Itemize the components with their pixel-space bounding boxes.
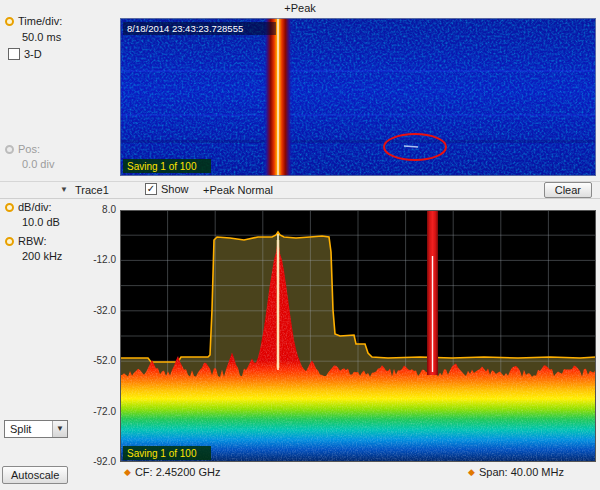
view-select[interactable]: Split ▼ — [4, 420, 68, 438]
time-div-value[interactable]: 50.0 ms — [22, 31, 61, 43]
show-row[interactable]: ✓ Show — [145, 183, 189, 195]
rbw-value[interactable]: 200 kHz — [22, 250, 62, 262]
autoscale-button[interactable]: Autoscale — [2, 466, 68, 484]
db-div-row: dB/div: — [5, 201, 52, 213]
spectrogram-canvas: 8/18/2014 23:43:23.728555 Saving 1 of 10… — [120, 18, 596, 176]
cf-readout[interactable]: ◆ CF: 2.45200 GHz — [124, 466, 221, 478]
db-div-indicator-icon — [5, 203, 14, 212]
transient-signal-column — [427, 210, 438, 375]
spectrogram-detection-label: +Peak — [0, 2, 600, 14]
spectrogram-timestamp: 8/18/2014 23:43:23.728555 — [127, 23, 243, 34]
spectrum-display[interactable]: Saving 1 of 100 — [120, 210, 596, 462]
time-div-indicator-icon — [5, 17, 14, 26]
spectrogram-saving-status: Saving 1 of 100 — [127, 161, 197, 172]
db-div-value[interactable]: 10.0 dB — [22, 216, 60, 228]
three-d-label: 3-D — [24, 48, 42, 60]
span-value: Span: 40.00 MHz — [479, 466, 564, 478]
y-tick-2: -32.0 — [70, 305, 116, 316]
spectrum-canvas: Saving 1 of 100 — [120, 210, 596, 462]
span-marker-icon: ◆ — [468, 467, 475, 477]
y-tick-4: -72.0 — [70, 406, 116, 417]
rbw-indicator-icon — [5, 237, 14, 246]
pos-indicator-icon — [5, 145, 14, 154]
y-tick-3: -52.0 — [70, 355, 116, 366]
pos-label: Pos: — [18, 143, 40, 155]
trace-detection-label: +Peak Normal — [203, 184, 273, 196]
rbw-label: RBW: — [18, 235, 47, 247]
trace-expander-icon[interactable]: ▼ — [60, 185, 68, 194]
spectrum-saving-status: Saving 1 of 100 — [127, 448, 197, 459]
rbw-row: RBW: — [5, 235, 47, 247]
spectrum-analyzer-app: +Peak Time/div: 50.0 ms 3-D Pos: 0.0 div — [0, 0, 600, 490]
time-div-label: Time/div: — [18, 15, 62, 27]
spectrogram-noise-texture — [120, 18, 596, 176]
cf-marker-icon: ◆ — [124, 467, 131, 477]
show-checkbox[interactable]: ✓ — [145, 183, 157, 195]
three-d-row[interactable]: 3-D — [8, 48, 42, 60]
db-div-label: dB/div: — [18, 201, 52, 213]
cf-value: CF: 2.45200 GHz — [135, 466, 221, 478]
y-tick-1: -12.0 — [70, 254, 116, 265]
clear-button[interactable]: Clear — [544, 182, 592, 198]
y-tick-0: 8.0 — [70, 204, 116, 215]
spectrogram-signal-stripe — [264, 18, 292, 176]
checkmark-icon: ✓ — [147, 183, 155, 194]
span-readout[interactable]: ◆ Span: 40.00 MHz — [468, 466, 564, 478]
pos-value[interactable]: 0.0 div — [22, 158, 54, 170]
spectrogram-display[interactable]: 8/18/2014 23:43:23.728555 Saving 1 of 10… — [120, 18, 596, 176]
show-label: Show — [161, 183, 189, 195]
y-tick-5: -92.0 — [70, 456, 116, 467]
view-select-value: Split — [5, 423, 31, 435]
trace-selector[interactable]: Trace1 — [75, 184, 109, 196]
pos-row: Pos: — [5, 143, 40, 155]
three-d-checkbox[interactable] — [8, 48, 20, 60]
time-div-row: Time/div: — [5, 15, 62, 27]
dropdown-arrow-icon: ▼ — [52, 421, 67, 437]
